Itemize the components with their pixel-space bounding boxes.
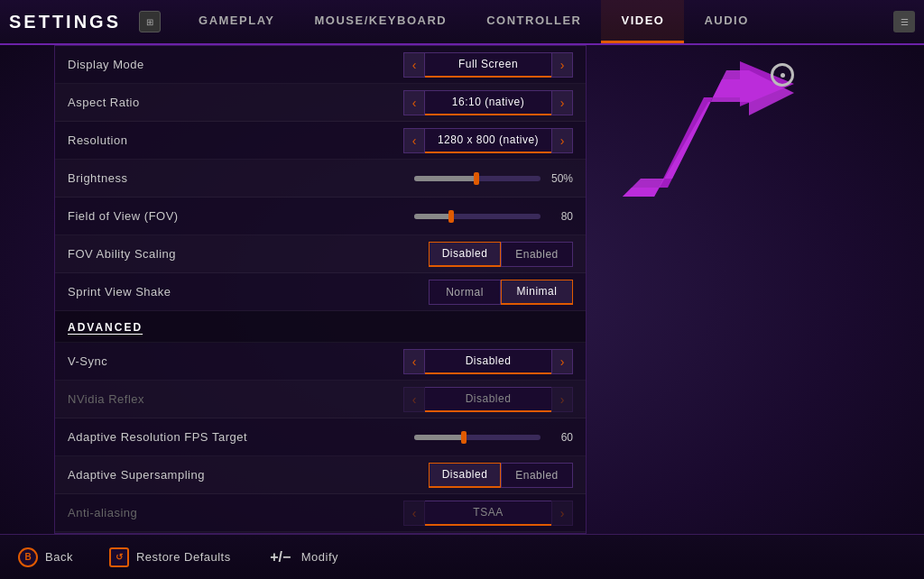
anti-aliasing-prev: ‹ xyxy=(403,501,425,526)
aspect-ratio-prev[interactable]: ‹ xyxy=(403,90,425,115)
anti-aliasing-label: Anti-aliasing xyxy=(68,506,137,519)
resolution-control: ‹ 1280 x 800 (native) › xyxy=(403,128,573,153)
adaptive-super-enabled[interactable]: Enabled xyxy=(501,463,573,488)
resolution-prev[interactable]: ‹ xyxy=(403,128,425,153)
restore-action[interactable]: ↺ Restore Defaults xyxy=(109,547,231,567)
nvidia-reflex-prev: ‹ xyxy=(403,387,425,412)
pointer-dot xyxy=(781,73,785,78)
sprint-shake-row: Sprint View Shake Normal Minimal xyxy=(55,273,586,311)
adaptive-super-control: Disabled Enabled xyxy=(429,463,573,488)
fov-ability-row: FOV Ability Scaling Disabled Enabled xyxy=(55,235,586,273)
arrow-annotation xyxy=(614,52,812,197)
display-mode-next[interactable]: › xyxy=(551,52,573,78)
nav-tabs: GAMEPLAY MOUSE/KEYBOARD CONTROLLER VIDEO… xyxy=(179,0,884,43)
fov-control: 80 xyxy=(414,210,573,223)
adaptive-res-label: Adaptive Resolution FPS Target xyxy=(68,430,247,444)
pointer-circle xyxy=(771,63,794,87)
settings-panel: Display Mode ‹ Full Screen › Aspect Rati… xyxy=(54,45,587,534)
fov-ability-control: Disabled Enabled xyxy=(429,242,573,267)
anti-aliasing-value: TSAA xyxy=(425,501,551,526)
brightness-row: Brightness 50% xyxy=(55,160,586,198)
tab-mouse-keyboard[interactable]: MOUSE/KEYBOARD xyxy=(295,0,467,43)
adaptive-res-control: 60 xyxy=(414,431,573,444)
fov-value: 80 xyxy=(548,210,573,223)
brightness-value: 50% xyxy=(548,172,573,185)
back-icon: B xyxy=(18,547,38,567)
app-title: SETTINGS xyxy=(9,12,121,32)
restore-label: Restore Defaults xyxy=(136,550,231,564)
back-action[interactable]: B Back xyxy=(18,547,73,567)
tab-controller[interactable]: CONTROLLER xyxy=(467,0,601,43)
modify-action[interactable]: +/− Modify xyxy=(267,547,338,567)
fov-ability-label: FOV Ability Scaling xyxy=(68,247,176,261)
nvidia-reflex-next: › xyxy=(551,387,573,412)
vsync-next[interactable]: › xyxy=(551,349,573,374)
modify-label: Modify xyxy=(301,550,338,564)
nvidia-reflex-row: NVidia Reflex ‹ Disabled › xyxy=(55,381,586,418)
display-mode-prev[interactable]: ‹ xyxy=(403,52,425,78)
brightness-track[interactable] xyxy=(414,176,541,181)
aspect-ratio-value: 16:10 (native) xyxy=(425,90,551,115)
resolution-label: Resolution xyxy=(68,133,127,147)
advanced-section-label: ADVANCED xyxy=(68,321,143,334)
display-mode-value: Full Screen xyxy=(425,52,551,78)
vsync-control: ‹ Disabled › xyxy=(403,349,573,374)
right-area xyxy=(587,45,870,534)
main-content: Display Mode ‹ Full Screen › Aspect Rati… xyxy=(0,45,924,534)
bottom-bar: B Back ↺ Restore Defaults +/− Modify xyxy=(0,534,924,579)
aspect-ratio-control: ‹ 16:10 (native) › xyxy=(403,90,573,115)
restore-icon: ↺ xyxy=(109,547,129,567)
adaptive-res-row: Adaptive Resolution FPS Target 60 xyxy=(55,418,586,456)
sprint-shake-minimal[interactable]: Minimal xyxy=(501,280,573,305)
resolution-row: Resolution ‹ 1280 x 800 (native) › xyxy=(55,122,586,160)
tab-video[interactable]: VIDEO xyxy=(601,0,684,43)
adaptive-super-disabled[interactable]: Disabled xyxy=(429,463,501,488)
anti-aliasing-control: ‹ TSAA › xyxy=(403,501,573,526)
fov-ability-disabled[interactable]: Disabled xyxy=(429,242,501,267)
display-mode-control: ‹ Full Screen › xyxy=(403,52,573,78)
advanced-section-header: ADVANCED xyxy=(55,311,586,343)
vsync-label: V-Sync xyxy=(68,354,107,368)
resolution-next[interactable]: › xyxy=(551,128,573,153)
anti-aliasing-next: › xyxy=(551,501,573,526)
nvidia-reflex-value: Disabled xyxy=(425,387,551,412)
back-label: Back xyxy=(45,550,73,564)
brightness-control: 50% xyxy=(414,172,573,185)
tab-audio[interactable]: AUDIO xyxy=(684,0,768,43)
brightness-fill xyxy=(414,176,477,181)
adaptive-res-value: 60 xyxy=(548,431,573,444)
settings-icon-nav: ⊞ xyxy=(139,11,161,32)
fov-track[interactable] xyxy=(414,214,541,219)
nvidia-reflex-label: NVidia Reflex xyxy=(68,392,144,406)
vsync-value: Disabled xyxy=(425,349,551,374)
vsync-prev[interactable]: ‹ xyxy=(403,349,425,374)
nvidia-reflex-control: ‹ Disabled › xyxy=(403,387,573,412)
aspect-ratio-label: Aspect Ratio xyxy=(68,96,140,109)
adaptive-super-label: Adaptive Supersampling xyxy=(68,468,205,482)
nav-right-icon: ☰ xyxy=(893,11,915,32)
top-navigation: SETTINGS ⊞ GAMEPLAY MOUSE/KEYBOARD CONTR… xyxy=(0,0,924,45)
fov-fill xyxy=(414,214,452,219)
adaptive-res-track[interactable] xyxy=(414,435,541,440)
adaptive-super-row: Adaptive Supersampling Disabled Enabled xyxy=(55,456,586,494)
resolution-value: 1280 x 800 (native) xyxy=(425,128,551,153)
modify-icon: +/− xyxy=(267,547,294,567)
tab-gameplay[interactable]: GAMEPLAY xyxy=(179,0,294,43)
vsync-row: V-Sync ‹ Disabled › xyxy=(55,343,586,381)
fov-row: Field of View (FOV) 80 xyxy=(55,198,586,235)
fov-ability-enabled[interactable]: Enabled xyxy=(501,242,573,267)
svg-marker-2 xyxy=(623,70,794,197)
adaptive-res-fill xyxy=(414,435,465,440)
aspect-ratio-row: Aspect Ratio ‹ 16:10 (native) › xyxy=(55,84,586,122)
sprint-shake-normal[interactable]: Normal xyxy=(429,280,501,305)
anti-aliasing-row: Anti-aliasing ‹ TSAA › xyxy=(55,494,586,532)
aspect-ratio-next[interactable]: › xyxy=(551,90,573,115)
display-mode-label: Display Mode xyxy=(68,58,144,71)
fov-label: Field of View (FOV) xyxy=(68,209,179,223)
display-mode-row: Display Mode ‹ Full Screen › xyxy=(55,46,586,84)
sprint-shake-control: Normal Minimal xyxy=(429,280,573,305)
sprint-shake-label: Sprint View Shake xyxy=(68,285,171,299)
brightness-label: Brightness xyxy=(68,171,127,185)
